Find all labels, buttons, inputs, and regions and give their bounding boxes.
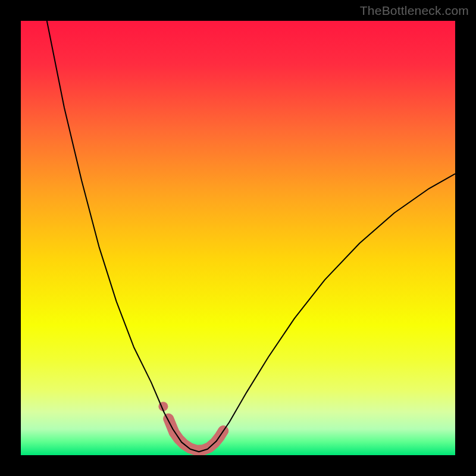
plot-area: [21, 21, 455, 455]
bottleneck-curve-path: [47, 21, 455, 452]
watermark-text: TheBottleneck.com: [360, 4, 469, 18]
chart-frame: [21, 21, 455, 455]
curve-layer: [21, 21, 455, 455]
